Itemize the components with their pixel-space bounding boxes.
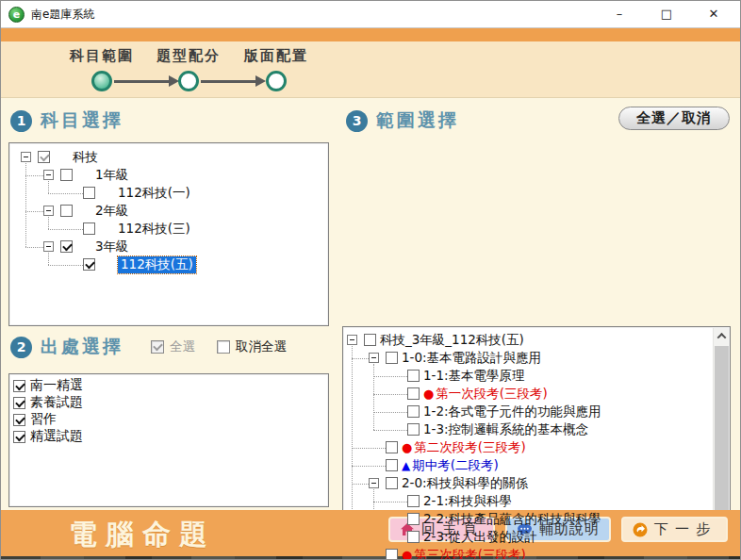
- tree-node[interactable]: ●第三次段考(三段考): [343, 546, 730, 560]
- tree-node[interactable]: 112科技(三): [9, 220, 328, 238]
- subject-select-title: 科目選擇: [41, 108, 124, 133]
- tree-node[interactable]: 2年級: [9, 202, 328, 220]
- tree-node-label[interactable]: 2-0:科技與科學的關係: [402, 475, 529, 492]
- tree-node-label[interactable]: 112科技(三): [118, 221, 190, 238]
- tree-node[interactable]: 科技_3年級_112科技(五): [343, 331, 730, 349]
- checkbox[interactable]: [386, 477, 398, 489]
- tree-node[interactable]: ●第二次段考(三段考): [343, 438, 730, 456]
- badge-1: 1: [10, 110, 32, 132]
- tree-node-label[interactable]: 1-3:控制邏輯系統的基本概念: [423, 421, 588, 438]
- tree-node[interactable]: 2-3:從人出發的設計: [343, 528, 730, 546]
- tree-node[interactable]: ▲期中考(二段考): [343, 456, 730, 474]
- select-all-toggle-button[interactable]: 全選／取消: [618, 107, 730, 130]
- tree-node[interactable]: ●第一次段考(三段考): [343, 385, 730, 403]
- tree-node[interactable]: 1年級: [9, 166, 328, 184]
- deselect-all-checkbox[interactable]: [217, 340, 230, 354]
- checkbox[interactable]: [83, 258, 95, 271]
- checkbox[interactable]: [13, 397, 25, 409]
- minimize-button[interactable]: –: [612, 1, 627, 27]
- title-bar: e 南e題庫系統 – □ ✕: [1, 1, 740, 27]
- tree-node-label[interactable]: 3年級: [95, 239, 129, 255]
- tree-node-label[interactable]: ●第一次段考(三段考): [423, 386, 548, 403]
- source-label[interactable]: 精選試題: [30, 428, 83, 445]
- checkbox[interactable]: [60, 240, 73, 253]
- tree-node[interactable]: 3年級: [9, 238, 328, 255]
- checkbox[interactable]: [364, 334, 376, 346]
- maximize-button[interactable]: □: [659, 1, 674, 27]
- checkbox[interactable]: [407, 405, 420, 418]
- checkbox[interactable]: [386, 549, 398, 560]
- source-select-title: 出處選擇: [41, 335, 124, 359]
- tree-node-label[interactable]: ▲期中考(二段考): [402, 457, 499, 474]
- collapse-minus-icon[interactable]: [43, 241, 54, 252]
- close-button[interactable]: ✕: [706, 1, 721, 27]
- source-list-item[interactable]: 南一精選: [9, 377, 328, 394]
- collapse-minus-icon[interactable]: [369, 478, 379, 488]
- tree-node[interactable]: 科技: [9, 148, 328, 166]
- checkbox[interactable]: [13, 380, 25, 392]
- source-list[interactable]: 南一精選素養試題習作精選試題: [8, 373, 329, 507]
- checkbox[interactable]: [83, 222, 95, 235]
- tree-node[interactable]: 1-2:各式電子元件的功能與應用: [343, 403, 730, 420]
- checkbox[interactable]: [386, 441, 398, 453]
- tree-node-label[interactable]: 2-3:從人出發的設計: [423, 529, 537, 546]
- source-list-item[interactable]: 素養試題: [9, 394, 328, 411]
- tree-node[interactable]: 2-0:科技與科學的關係: [343, 474, 730, 492]
- tree-node-label[interactable]: 1-0:基本電路設計與應用: [402, 350, 541, 367]
- tree-node[interactable]: 1-3:控制邏輯系統的基本概念: [343, 420, 730, 438]
- collapse-minus-icon[interactable]: [43, 206, 54, 216]
- footer-title: 電腦命題: [69, 516, 216, 554]
- checkbox[interactable]: [60, 169, 73, 181]
- checkbox[interactable]: [60, 205, 73, 217]
- tree-node-label[interactable]: ●第二次段考(三段考): [402, 439, 526, 456]
- exam-dot-icon: ●: [402, 549, 412, 560]
- collapse-minus-icon[interactable]: [369, 353, 379, 363]
- tree-node[interactable]: 2-2:科技產品蘊含的科技與科學: [343, 510, 730, 528]
- checkbox[interactable]: [13, 431, 25, 443]
- checkbox[interactable]: [407, 387, 420, 400]
- checkbox[interactable]: [407, 370, 420, 382]
- source-select-heading: 2 出處選擇 全選 取消全選: [10, 335, 287, 359]
- tree-node-label[interactable]: 2年級: [95, 203, 129, 220]
- tree-node-label[interactable]: 112科技(一): [118, 185, 190, 202]
- tree-node-label[interactable]: 2-2:科技產品蘊含的科技與科學: [423, 511, 601, 528]
- tree-node-label[interactable]: ●第三次段考(三段考): [402, 547, 526, 560]
- checkbox[interactable]: [407, 531, 420, 543]
- tree-node-label[interactable]: 2-1:科技與科學: [423, 493, 512, 510]
- tree-node[interactable]: 2-1:科技與科學: [343, 492, 730, 510]
- select-all-checkbox[interactable]: [151, 340, 164, 354]
- tree-node-label[interactable]: 1-1:基本電學原理: [423, 368, 525, 385]
- source-label[interactable]: 習作: [30, 411, 57, 428]
- checkbox[interactable]: [386, 352, 398, 364]
- header-accent-strip: [1, 27, 740, 41]
- range-tree[interactable]: 科技_3年級_112科技(五)1-0:基本電路設計與應用1-1:基本電學原理●第…: [342, 326, 731, 560]
- tree-node-label[interactable]: 112科技(五): [118, 256, 196, 273]
- tree-node-label[interactable]: 科技_3年級_112科技(五): [380, 332, 524, 349]
- source-list-item[interactable]: 習作: [9, 411, 328, 428]
- app-window: e 南e題庫系統 – □ ✕ 科目範圍 題型配分 版面配置 1 科目選擇 科技1…: [0, 0, 741, 560]
- tree-node[interactable]: 1-1:基本電學原理: [343, 367, 730, 385]
- source-label[interactable]: 素養試題: [30, 394, 83, 411]
- checkbox[interactable]: [38, 151, 50, 163]
- tree-node[interactable]: 1-0:基本電路設計與應用: [343, 349, 730, 367]
- checkbox[interactable]: [83, 187, 95, 199]
- checkbox[interactable]: [386, 459, 398, 471]
- collapse-minus-icon[interactable]: [347, 335, 357, 345]
- source-list-item[interactable]: 精選試題: [9, 428, 328, 445]
- collapse-minus-icon[interactable]: [21, 152, 31, 162]
- checkbox[interactable]: [407, 495, 420, 507]
- subject-tree[interactable]: 科技1年級112科技(一)2年級112科技(三)3年級112科技(五): [8, 142, 329, 326]
- tree-node[interactable]: 112科技(五): [9, 255, 328, 273]
- source-label[interactable]: 南一精選: [30, 377, 83, 394]
- step-circle-2: [178, 71, 199, 91]
- tree-node[interactable]: 112科技(一): [9, 184, 328, 202]
- tree-node-label[interactable]: 1-2:各式電子元件的功能與應用: [423, 404, 601, 420]
- checkbox[interactable]: [13, 414, 25, 426]
- tree-node-label[interactable]: 1年級: [95, 167, 129, 184]
- checkbox[interactable]: [407, 513, 420, 525]
- tree-node-label[interactable]: 科技: [73, 149, 98, 166]
- step-arrow-icon: [114, 80, 169, 83]
- checkbox[interactable]: [407, 423, 420, 436]
- range-select-title: 範圍選擇: [376, 108, 459, 133]
- collapse-minus-icon[interactable]: [43, 170, 54, 180]
